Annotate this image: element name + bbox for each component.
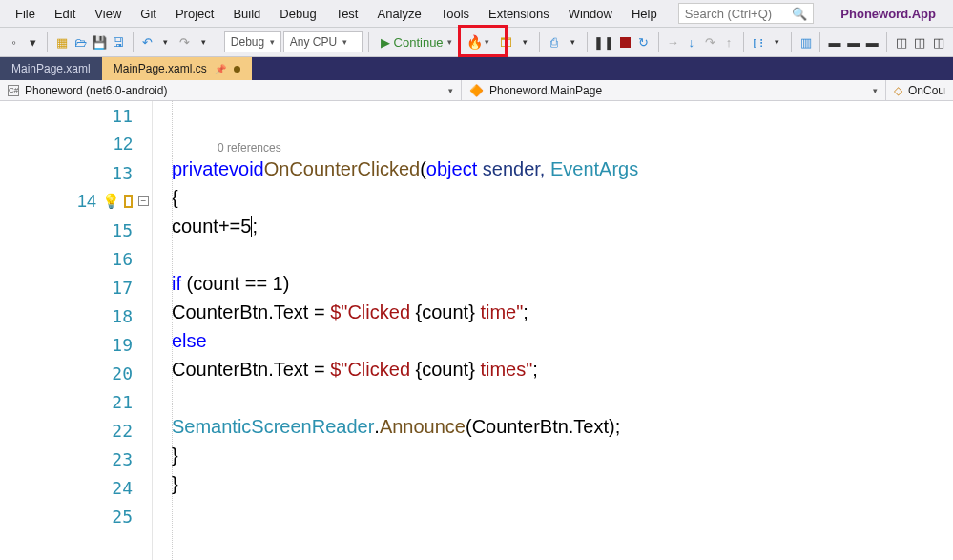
line-number: 23 <box>0 445 152 473</box>
csharp-icon: C# <box>8 85 19 96</box>
line-number: 22 <box>0 416 152 445</box>
live-tree-button[interactable]: ⫿⫶ <box>750 31 767 52</box>
save-button[interactable]: 💾 <box>91 31 108 52</box>
redo-button[interactable]: ↷ <box>176 31 194 52</box>
code-editor[interactable]: 11 12− 13 14💡 15 16 17 18 19 20 21 22 23… <box>0 101 953 560</box>
redo-dd[interactable]: ▾ <box>195 31 212 52</box>
separator <box>743 32 744 52</box>
open-file-button[interactable]: 🗁 <box>73 31 90 52</box>
stop-icon <box>620 37 631 48</box>
save-all-button[interactable]: 🖫 <box>110 31 127 52</box>
menu-file[interactable]: File <box>6 3 45 25</box>
menu-tools[interactable]: Tools <box>431 3 479 25</box>
indent-guide <box>172 101 173 560</box>
platform-dropdown[interactable]: Any CPU▾ <box>283 31 363 52</box>
search-icon: 🔍 <box>792 7 807 21</box>
new-project-button[interactable]: ▦ <box>53 31 71 52</box>
chevron-down-icon: ▾ <box>873 86 878 95</box>
window3-button[interactable]: ◫ <box>930 31 947 52</box>
codelens-references[interactable]: 0 references <box>153 130 953 155</box>
menu-help[interactable]: Help <box>622 3 667 25</box>
code-line <box>153 101 953 130</box>
chevron-down-icon: ▾ <box>448 86 453 95</box>
separator <box>819 32 820 52</box>
continue-label: Continue <box>394 35 444 50</box>
pause-button[interactable]: ❚❚ <box>593 31 614 52</box>
stop-button[interactable] <box>616 31 633 52</box>
platform-label: Any CPU <box>290 35 337 49</box>
menu-view[interactable]: View <box>85 3 131 25</box>
step-next-button[interactable]: → <box>664 31 681 52</box>
hot-reload-button[interactable]: 🔥 ▾ <box>460 27 497 57</box>
breadcrumb-class[interactable]: 🔶 Phoneword.MainPage ▾ <box>462 80 886 100</box>
layout1-button[interactable]: ▬ <box>826 31 843 52</box>
configuration-label: Debug <box>231 35 264 49</box>
code-line: } <box>153 441 953 469</box>
restart-button[interactable]: ↻ <box>635 31 653 52</box>
separator <box>368 32 369 52</box>
step-into-button[interactable]: ↓ <box>683 31 700 52</box>
separator <box>133 32 134 52</box>
menu-debug[interactable]: Debug <box>270 3 325 25</box>
undo-button[interactable]: ↶ <box>138 31 155 52</box>
undo-dd[interactable]: ▾ <box>157 31 175 52</box>
menu-test[interactable]: Test <box>326 3 368 25</box>
code-line: else <box>153 326 953 355</box>
method-icon: ◇ <box>894 84 902 97</box>
separator <box>218 32 218 52</box>
gutter: 11 12− 13 14💡 15 16 17 18 19 20 21 22 23… <box>0 101 153 560</box>
find-in-files-button[interactable]: ⎙ <box>546 31 563 52</box>
separator <box>658 32 659 52</box>
code-line <box>153 384 953 412</box>
project-selector[interactable]: Phoneword.App <box>829 7 947 21</box>
menu-window[interactable]: Window <box>559 3 622 25</box>
tab-mainpage-xaml[interactable]: MainPage.xaml <box>0 57 102 80</box>
menu-build[interactable]: Build <box>223 3 270 25</box>
breadcrumb-member-label: OnCounterClicked(ob <box>908 84 945 97</box>
layout3-button[interactable]: ▬ <box>864 31 881 52</box>
chevron-down-icon: ▾ <box>447 37 452 47</box>
dirty-indicator <box>234 66 240 73</box>
flame-icon: 🔥 <box>466 34 483 50</box>
code-line: count+=5; <box>153 212 953 240</box>
breadcrumb-scope[interactable]: C# Phoneword (net6.0-android) ▾ <box>0 80 462 100</box>
step-over-button[interactable]: ↷ <box>702 31 719 52</box>
line-number: 12− <box>0 130 152 158</box>
menu-edit[interactable]: Edit <box>45 3 85 25</box>
menu-analyze[interactable]: Analyze <box>367 3 430 25</box>
menu-git[interactable]: Git <box>131 3 166 25</box>
browse-dd[interactable]: ▾ <box>517 31 534 52</box>
code-line <box>153 240 953 269</box>
live-prop-button[interactable]: ▥ <box>798 31 815 52</box>
search-input[interactable]: Search (Ctrl+Q) 🔍 <box>678 3 815 24</box>
step-out-button[interactable]: ↑ <box>720 31 737 52</box>
code-line: } <box>153 469 953 498</box>
document-tabs: MainPage.xaml MainPage.xaml.cs 📌 <box>0 57 953 80</box>
layout2-button[interactable]: ▬ <box>845 31 862 52</box>
separator <box>587 32 588 52</box>
line-number: 11 <box>0 101 152 130</box>
menu-extensions[interactable]: Extensions <box>479 3 559 25</box>
continue-button[interactable]: ▶ Continue ▾ <box>375 31 458 52</box>
separator <box>886 32 887 52</box>
browse-button[interactable]: 🗔 <box>498 31 515 52</box>
nav-fwd-button[interactable]: ▾ <box>25 31 42 52</box>
line-number: 19 <box>0 330 152 359</box>
window1-button[interactable]: ◫ <box>893 31 910 52</box>
nav-back-button[interactable]: ◦ <box>6 31 23 52</box>
pin-icon[interactable]: 📌 <box>215 64 226 74</box>
find-dd[interactable]: ▾ <box>565 31 582 52</box>
tab-mainpage-xaml-cs[interactable]: MainPage.xaml.cs 📌 <box>102 57 252 80</box>
search-placeholder: Search (Ctrl+Q) <box>685 7 772 21</box>
configuration-dropdown[interactable]: Debug▾ <box>224 31 281 52</box>
toolbar: ◦ ▾ ▦ 🗁 💾 🖫 ↶ ▾ ↷ ▾ Debug▾ Any CPU▾ ▶ Co… <box>0 27 953 57</box>
code-line <box>153 527 953 555</box>
lightbulb-icon[interactable]: 💡 <box>102 193 120 210</box>
line-number: 25 <box>0 502 152 530</box>
code-area[interactable]: 0 references private void OnCounterClick… <box>153 101 953 560</box>
menu-project[interactable]: Project <box>166 3 223 25</box>
code-line <box>153 498 953 527</box>
breadcrumb-member[interactable]: ◇ OnCounterClicked(ob <box>886 80 953 100</box>
window2-button[interactable]: ◫ <box>912 31 929 52</box>
live-tree-dd[interactable]: ▾ <box>768 31 785 52</box>
